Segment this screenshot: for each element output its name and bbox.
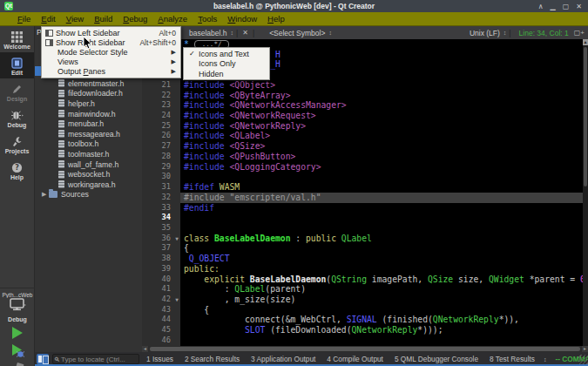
code-token: size, xyxy=(453,274,489,284)
mode-debug[interactable]: Debug xyxy=(0,105,34,131)
menubar-item-debug[interactable]: Debug xyxy=(118,12,152,26)
output-pane-5-qml-debugger-console[interactable]: 5 QML Debugger Console xyxy=(395,355,478,363)
fold-column xyxy=(173,315,180,325)
mode-welcome[interactable]: Welcome xyxy=(0,26,34,52)
submenu-item-icons-and-text[interactable]: ✓Icons and Text xyxy=(184,49,269,59)
menubar-item-file[interactable]: File xyxy=(12,12,36,26)
code-line-content: #ifdef WASM xyxy=(180,182,588,193)
menubar-item-help[interactable]: Help xyxy=(262,12,290,26)
code-token: (finished( xyxy=(377,315,433,324)
window-title: baselabel.h @ PythonicWeb [dev] - Qt Cre… xyxy=(0,2,588,10)
fold-marker-icon[interactable]: ▼ xyxy=(173,234,180,244)
tree-row[interactable]: helper.h xyxy=(35,98,142,109)
close-button[interactable]: ✕ xyxy=(576,3,582,10)
tree-row[interactable]: websocket.h xyxy=(35,169,142,180)
open-file-name[interactable]: baselabel.h xyxy=(189,29,226,37)
symbol-dropdown-icon[interactable]: ↕ xyxy=(328,30,332,36)
file-dropdown-icon[interactable]: ↕ xyxy=(230,30,233,36)
code-line-38: 38 Q_OBJECT xyxy=(142,254,588,264)
code-line-31: 31#ifdef WASM xyxy=(142,182,588,193)
tree-row[interactable]: toolbox.h xyxy=(35,139,142,150)
vertical-scrollbar[interactable]: ▲ xyxy=(583,39,588,346)
mode-projects[interactable]: Projects xyxy=(0,131,34,157)
split-editor-icon[interactable]: ▢+ xyxy=(574,29,585,37)
kit-selector-area: Pyth...cWeb Debug xyxy=(0,288,35,366)
pane-selector-arrows-icon[interactable]: ↕ xyxy=(544,356,547,363)
tree-row-folder[interactable]: ▶Sources xyxy=(35,190,142,200)
code-line-28: 28#include <QPushButton> xyxy=(142,152,588,162)
tree-row[interactable]: workingarea.h xyxy=(35,180,142,190)
scroll-right-icon[interactable]: ► xyxy=(582,346,588,352)
close-file-icon[interactable]: ✕ xyxy=(242,29,248,37)
sidebar-toggle-button[interactable] xyxy=(37,354,49,364)
line-number: 38 xyxy=(142,254,173,264)
menu-item-views[interactable]: Views▶ xyxy=(42,58,180,67)
maximize-button[interactable]: ▢ xyxy=(563,3,570,10)
submenu-item-icons-only[interactable]: Icons Only xyxy=(184,59,269,70)
code-area[interactable]: 17*...*/18#ifndef BASELABEL_H19#define B… xyxy=(142,39,588,346)
code-line-content: connect(&m_WebCtrl, SIGNAL (finished(QNe… xyxy=(180,315,588,325)
debug-run-button[interactable] xyxy=(10,343,25,359)
sidebar-right-icon xyxy=(45,39,53,46)
submenu-item-hidden[interactable]: Hidden xyxy=(184,69,269,79)
kit-selector-button[interactable]: Debug xyxy=(0,298,35,322)
tree-row[interactable]: menubar.h xyxy=(35,119,142,129)
output-pane-3-application-output[interactable]: 3 Application Output xyxy=(251,355,315,363)
mode-edit[interactable]: Edit xyxy=(0,52,34,78)
menu-item-mode-selector-style[interactable]: Mode Selector Style▶ xyxy=(42,47,180,57)
menu-item-output-panes[interactable]: Output Panes▶ xyxy=(42,67,180,77)
output-pane-8-test-results[interactable]: 8 Test Results xyxy=(490,355,535,363)
mouse-cursor xyxy=(83,36,93,51)
vscroll-thumb[interactable] xyxy=(584,47,587,186)
svg-text:?: ? xyxy=(15,164,19,172)
tree-row[interactable]: toolmaster.h xyxy=(35,149,142,159)
fold-marker-icon[interactable]: ▼ xyxy=(173,295,180,305)
code-token: <QPushButton> xyxy=(230,152,296,161)
menu-item-show-left-sidebar[interactable]: Show Left SidebarAlt+0 xyxy=(42,28,180,37)
output-pane-4-compile-output[interactable]: 4 Compile Output xyxy=(327,355,383,363)
menu-item-show-right-sidebar[interactable]: Show Right SidebarAlt+Shift+0 xyxy=(42,37,180,47)
line-number: 31 xyxy=(142,182,173,193)
run-button[interactable] xyxy=(10,325,25,341)
build-hammer-button[interactable] xyxy=(9,362,26,366)
locator-input[interactable]: 🔍︎ Type to locate (Ctrl... xyxy=(52,354,139,364)
fold-column xyxy=(173,172,180,182)
tree-row[interactable]: wall_of_fame.h xyxy=(35,159,142,170)
menubar-item-view[interactable]: View xyxy=(61,12,89,26)
file-icon xyxy=(58,130,64,138)
tree-row[interactable]: messagearea.h xyxy=(35,129,142,139)
tree-row[interactable]: elementmaster.h xyxy=(35,78,142,89)
hscroll-thumb[interactable] xyxy=(150,347,580,351)
code-line-content: #endif xyxy=(180,203,588,214)
mode-design[interactable]: Design xyxy=(0,78,34,105)
expand-arrow-icon[interactable]: ▶ xyxy=(42,191,49,198)
menubar-item-build[interactable]: Build xyxy=(89,12,118,26)
menubar-item-analyze[interactable]: Analyze xyxy=(152,12,193,26)
shade-button[interactable]: ∧ xyxy=(538,3,544,10)
minimize-button[interactable]: ▁ xyxy=(551,3,556,10)
horizontal-scrollbar[interactable]: ◄ ► xyxy=(142,346,588,352)
qt-creator-window: Qt baselabel.h @ PythonicWeb [dev] - Qt … xyxy=(0,0,588,366)
menubar-item-window[interactable]: Window xyxy=(222,12,262,26)
code-line-content: #include <QByteArray> xyxy=(180,91,588,101)
code-token: (fileDownloaded( xyxy=(265,325,351,335)
mode-selector-style-submenu: ✓Icons and TextIcons OnlyHidden xyxy=(183,47,270,80)
search-icon: 🔍︎ xyxy=(53,355,61,364)
encoding-dropdown-icon[interactable]: ↕ xyxy=(504,30,507,36)
tree-row[interactable]: filedownloader.h xyxy=(35,89,142,99)
mode-help[interactable]: ? Help xyxy=(0,157,34,183)
menubar-item-tools[interactable]: Tools xyxy=(193,12,222,26)
output-pane-1-issues[interactable]: 1 Issues xyxy=(146,355,173,363)
symbol-selector[interactable]: <Select Symbol> xyxy=(269,29,325,37)
encoding-selector[interactable]: Unix (LF) xyxy=(470,29,500,37)
output-pane-2-search-results[interactable]: 2 Search Results xyxy=(185,355,240,363)
tree-file-label: filedownloader.h xyxy=(68,89,123,98)
fold-column xyxy=(173,162,180,173)
tree-row[interactable]: mainwindow.h xyxy=(35,109,142,119)
file-icon xyxy=(58,140,64,148)
scroll-up-icon[interactable]: ▲ xyxy=(583,39,588,45)
scroll-left-icon[interactable]: ◄ xyxy=(142,346,148,352)
file-icon xyxy=(58,79,64,87)
menubar-item-edit[interactable]: Edit xyxy=(36,12,60,26)
resize-grip[interactable] xyxy=(578,355,588,364)
